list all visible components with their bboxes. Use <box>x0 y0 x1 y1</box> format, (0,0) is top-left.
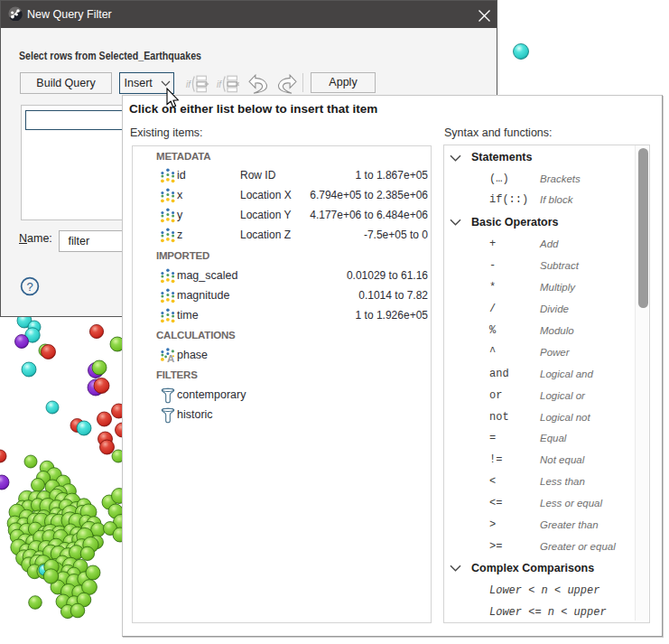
svg-text:A: A <box>167 352 174 363</box>
svg-text:?: ? <box>26 280 33 294</box>
svg-text:if: if <box>186 79 191 89</box>
svg-text:if: if <box>217 79 222 89</box>
